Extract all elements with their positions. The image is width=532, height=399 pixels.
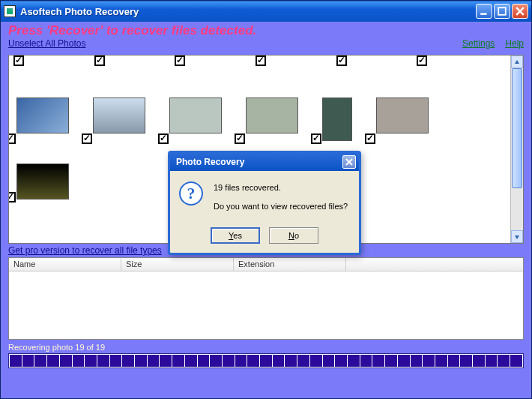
window-controls [476,4,528,19]
dialog-close-button[interactable] [342,155,356,169]
dialog-titlebar: Photo Recovery [170,153,359,171]
photo-thumbnail[interactable] [169,98,222,141]
close-button[interactable] [512,4,528,19]
minimize-button[interactable] [476,4,492,19]
svg-rect-0 [480,13,486,14]
header-links: Unselect All Photos Settings Help [8,38,524,49]
photo-image [246,98,298,134]
top-checkbox-row [13,56,498,66]
svg-rect-1 [498,8,506,15]
photo-image [376,98,429,134]
file-table: Name Size Extension [8,257,524,340]
progress-bar [8,353,524,368]
photo-checkbox[interactable] [13,56,24,66]
status-text: Recovering photo 19 of 19 [1,340,531,353]
photo-checkbox[interactable] [336,56,347,66]
photo-thumbnail[interactable] [322,98,352,141]
unselect-all-link[interactable]: Unselect All Photos [8,38,85,49]
photo-checkbox[interactable] [256,56,266,66]
scroll-track[interactable] [511,68,523,230]
settings-link[interactable]: Settings [462,38,495,49]
photo-checkbox[interactable] [94,56,105,66]
dialog-buttons: Yes No [170,221,359,253]
scroll-up-button[interactable] [511,56,523,68]
thumbnail-row [16,98,506,141]
photo-checkbox[interactable] [365,134,375,144]
instruction-text: Press 'Recover' to recover files detecte… [8,23,524,38]
dialog-text: 19 files recovered. Do you want to view … [214,182,348,218]
photo-checkbox[interactable] [8,134,16,144]
photo-checkbox[interactable] [175,56,185,66]
dialog-line1: 19 files recovered. [214,182,348,194]
dialog-body: ? 19 files recovered. Do you want to vie… [170,171,359,221]
column-extension[interactable]: Extension [234,258,346,271]
dialog-title: Photo Recovery [176,157,244,167]
header: Press 'Recover' to recover files detecte… [1,22,531,55]
photo-image [16,164,69,200]
scroll-thumb[interactable] [512,68,522,188]
photo-image [322,98,352,141]
maximize-button[interactable] [494,4,510,19]
photo-image [93,98,145,134]
pro-version-link[interactable]: Get pro version to recover all file type… [8,245,162,256]
no-button[interactable]: No [269,227,318,244]
column-name[interactable]: Name [9,258,121,271]
dialog-line2: Do you want to view recovered files? [214,200,348,213]
photo-checkbox[interactable] [235,134,245,144]
titlebar: Asoftech Photo Recovery [1,1,531,22]
photo-checkbox[interactable] [417,56,427,66]
photo-checkbox[interactable] [158,134,169,144]
photo-checkbox[interactable] [311,134,321,144]
photo-thumbnail[interactable] [246,98,298,141]
column-blank [346,258,523,271]
photo-image [169,98,222,134]
yes-button[interactable]: Yes [211,227,260,244]
column-size[interactable]: Size [121,258,234,271]
photo-thumbnail[interactable] [16,164,69,200]
vertical-scrollbar[interactable] [510,56,523,243]
window-title: Asoftech Photo Recovery [20,6,476,17]
app-icon [4,5,16,17]
help-link[interactable]: Help [505,38,524,49]
question-icon: ? [179,182,203,206]
photo-thumbnail[interactable] [16,98,69,141]
table-header: Name Size Extension [9,258,523,272]
photo-checkbox[interactable] [82,134,92,144]
photo-image [16,98,69,134]
scroll-down-button[interactable] [511,230,523,243]
recovery-dialog: Photo Recovery ? 19 files recovered. Do … [168,151,361,255]
photo-thumbnail[interactable] [376,98,429,141]
photo-thumbnail[interactable] [93,98,145,141]
photo-checkbox[interactable] [8,192,16,202]
